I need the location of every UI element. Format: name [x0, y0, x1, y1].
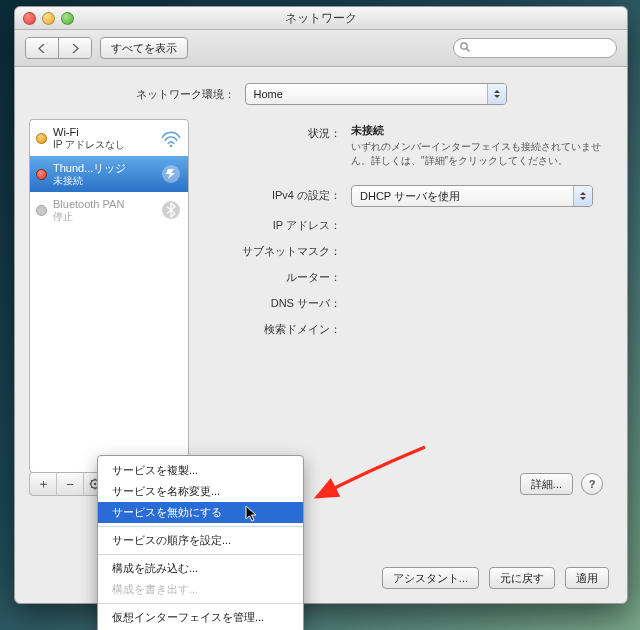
service-status: 未接続 — [53, 175, 154, 187]
network-location-popup[interactable]: Home — [245, 83, 507, 105]
menu-import-config[interactable]: 構成を読み込む... — [98, 558, 303, 579]
zoom-icon[interactable] — [61, 12, 74, 25]
menu-manage-virtual-interfaces[interactable]: 仮想インターフェイスを管理... — [98, 607, 303, 628]
service-item-thunderbolt-bridge[interactable]: Thund...リッジ 未接続 — [30, 156, 188, 192]
status-dot-icon — [36, 205, 47, 216]
search-input[interactable] — [453, 38, 617, 58]
wifi-icon — [160, 127, 182, 149]
service-action-menu: サービスを複製... サービスを名称変更... サービスを無効にする サービスの… — [97, 455, 304, 630]
ipv4-config-value: DHCP サーバを使用 — [360, 189, 460, 204]
ipv4-config-popup[interactable]: DHCP サーバを使用 — [351, 185, 593, 207]
svg-point-2 — [170, 145, 173, 147]
menu-duplicate-service[interactable]: サービスを複製... — [98, 460, 303, 481]
status-dot-icon — [36, 169, 47, 180]
service-name: Bluetooth PAN — [53, 198, 154, 211]
search-icon — [459, 41, 471, 53]
ipv4-label: IPv4 の設定： — [201, 185, 351, 203]
show-all-label: すべてを表示 — [111, 41, 177, 56]
help-button[interactable]: ? — [581, 473, 603, 495]
network-preferences-window: ネットワーク すべてを表示 ネットワーク環境： Home Wi — [14, 6, 628, 604]
remove-service-button[interactable]: − — [57, 473, 84, 495]
revert-button[interactable]: 元に戻す — [489, 567, 555, 589]
service-item-bluetooth-pan[interactable]: Bluetooth PAN 停止 — [30, 192, 188, 228]
status-value: 未接続 — [351, 123, 605, 138]
thunderbolt-bridge-icon — [160, 163, 182, 185]
dns-server-label: DNS サーバ： — [201, 293, 351, 311]
service-detail-pane: 状況： 未接続 いずれのメンバーインターフェイスも接続されていません。詳しくは、… — [201, 119, 613, 495]
nav-back-forward[interactable] — [25, 37, 92, 59]
advanced-button[interactable]: 詳細... — [520, 473, 573, 495]
minimize-icon[interactable] — [42, 12, 55, 25]
menu-disable-service[interactable]: サービスを無効にする — [98, 502, 303, 523]
forward-button[interactable] — [58, 38, 91, 58]
svg-line-11 — [91, 480, 92, 481]
popup-arrows-icon — [573, 186, 592, 206]
help-icon: ? — [589, 478, 596, 490]
assistant-button-label: アシスタント... — [393, 571, 468, 586]
service-item-wifi[interactable]: Wi-Fi IP アドレスなし — [30, 120, 188, 156]
menu-rename-service[interactable]: サービスを名称変更... — [98, 481, 303, 502]
network-location-label: ネットワーク環境： — [136, 87, 235, 102]
apply-button[interactable]: 適用 — [565, 567, 609, 589]
network-location-value: Home — [254, 88, 283, 100]
status-label: 状況： — [201, 123, 351, 141]
add-service-button[interactable]: ＋ — [30, 473, 57, 495]
svg-line-1 — [467, 49, 470, 52]
bluetooth-icon — [160, 199, 182, 221]
svg-point-6 — [94, 483, 97, 486]
status-dot-icon — [36, 133, 47, 144]
apply-button-label: 適用 — [576, 571, 598, 586]
toolbar: すべてを表示 — [15, 30, 627, 67]
service-status: 停止 — [53, 211, 154, 223]
ip-address-label: IP アドレス： — [201, 215, 351, 233]
svg-point-0 — [461, 43, 467, 49]
service-list[interactable]: Wi-Fi IP アドレスなし Thund...リッジ 未接続 — [29, 119, 189, 473]
menu-set-service-order[interactable]: サービスの順序を設定... — [98, 530, 303, 551]
revert-button-label: 元に戻す — [500, 571, 544, 586]
window-controls — [23, 12, 74, 25]
search-domain-label: 検索ドメイン： — [201, 319, 351, 337]
router-label: ルーター： — [201, 267, 351, 285]
assistant-button[interactable]: アシスタント... — [382, 567, 479, 589]
show-all-button[interactable]: すべてを表示 — [100, 37, 188, 59]
network-location-row: ネットワーク環境： Home — [29, 83, 613, 105]
status-hint: いずれのメンバーインターフェイスも接続されていません。詳しくは、"詳細"をクリッ… — [351, 140, 601, 167]
svg-line-13 — [91, 487, 92, 488]
subnet-mask-label: サブネットマスク： — [201, 241, 351, 259]
popup-arrows-icon — [487, 84, 506, 104]
window-title: ネットワーク — [285, 11, 357, 25]
back-button[interactable] — [26, 38, 58, 58]
menu-export-config: 構成を書き出す... — [98, 579, 303, 600]
service-name: Thund...リッジ — [53, 162, 154, 175]
close-icon[interactable] — [23, 12, 36, 25]
service-status: IP アドレスなし — [53, 139, 154, 151]
advanced-button-label: 詳細... — [531, 477, 562, 492]
window-footer-buttons: アシスタント... 元に戻す 適用 — [382, 567, 609, 589]
titlebar: ネットワーク — [15, 7, 627, 30]
service-name: Wi-Fi — [53, 126, 154, 139]
